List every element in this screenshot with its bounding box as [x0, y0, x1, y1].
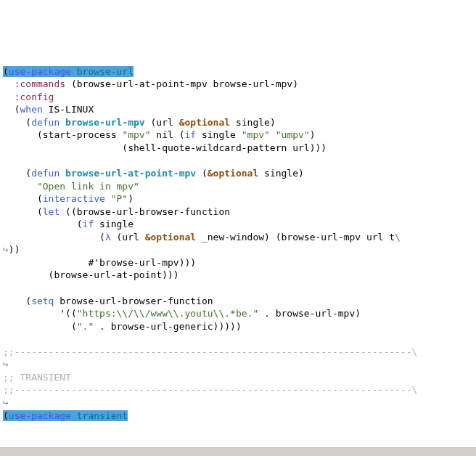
code-line: (let ((browse-url-browser-function	[3, 206, 230, 217]
code-line: (λ (url &optional _new-window) (browse-u…	[3, 232, 401, 243]
code-line: "Open link in mpv"	[3, 181, 139, 192]
highlighted-form-transient: (use-package transient	[3, 410, 128, 421]
code-line: ("." . browse-url-generic)))))	[3, 321, 242, 332]
comment-heading: ;; TRANSIENT	[3, 372, 71, 383]
code-line: (start-process "mpv" nil (if single "mpv…	[3, 129, 316, 140]
code-line: (defun browse-url-mpv (url &optional sin…	[3, 117, 276, 128]
code-line: (browse-url-at-point)))	[3, 269, 179, 280]
comment-rule: ;;--------------------------------------…	[3, 346, 417, 357]
code-editor-window[interactable]: (use-package browse-url :commands (brows…	[0, 51, 476, 422]
code-line: '(("https:\\/\\/www\\.youtu\\.*be." . br…	[3, 308, 361, 319]
code-line: (when IS-LINUX	[3, 104, 94, 115]
code-line: (interactive "P")	[3, 193, 134, 204]
code-line: (setq browse-url-browser-function	[3, 296, 213, 306]
highlighted-form-start: (use-package browse-url	[3, 66, 134, 77]
modeline-main[interactable]: 11586:23 U -~/.emacs.d.orig/init.el 46% …	[0, 447, 476, 456]
code-line: (shell-quote-wildcard-pattern url)))	[3, 142, 327, 153]
comment-rule: ;;--------------------------------------…	[3, 384, 417, 395]
code-wrapped-line: ↪))	[3, 244, 20, 255]
code-line: :config	[3, 91, 54, 102]
code-line: :commands (browse-url-at-point-mpv brows…	[3, 78, 298, 89]
code-line: #'browse-url-mpv)))	[3, 257, 196, 268]
wrap-icon: ↪	[3, 359, 9, 370]
code-line: (if single	[3, 219, 134, 229]
code-line: (defun browse-url-at-point-mpv (&optiona…	[3, 168, 304, 179]
wrap-icon: ↪	[3, 397, 9, 408]
